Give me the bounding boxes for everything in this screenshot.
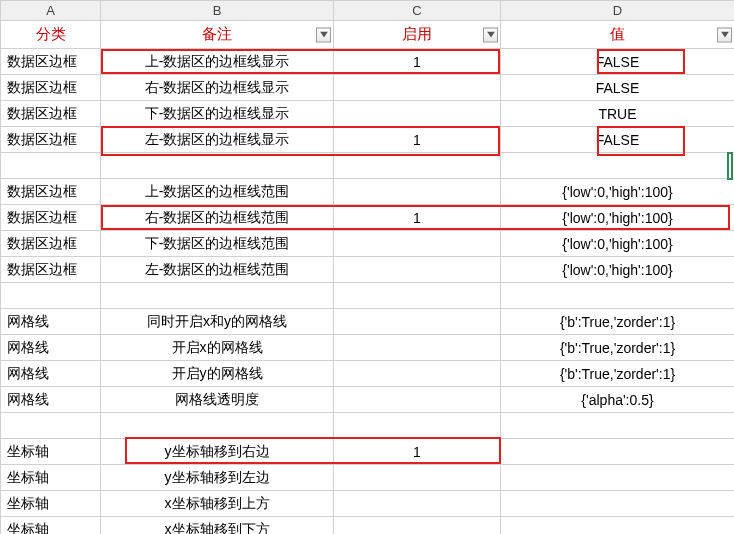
col-letter-B[interactable]: B (101, 1, 334, 21)
cell-B[interactable]: 上-数据区的边框线显示 (101, 49, 334, 75)
table-row: 数据区边框下-数据区的边框线显示TRUE (1, 101, 735, 127)
table-row (1, 413, 735, 439)
cell-B[interactable]: 开启x的网格线 (101, 335, 334, 361)
cell-B[interactable]: 上-数据区的边框线范围 (101, 179, 334, 205)
cell-D[interactable] (501, 439, 735, 465)
filter-button[interactable] (316, 27, 331, 42)
cell-A[interactable]: 数据区边框 (1, 49, 101, 75)
cell-C[interactable] (334, 231, 501, 257)
cell-C[interactable] (334, 413, 501, 439)
cell-A[interactable]: 数据区边框 (1, 205, 101, 231)
cell-C[interactable] (334, 283, 501, 309)
cell-D[interactable]: {'low':0,'high':100} (501, 205, 735, 231)
cell-A[interactable]: 网格线 (1, 309, 101, 335)
cell-D[interactable] (501, 491, 735, 517)
cell-C[interactable]: 1 (334, 205, 501, 231)
table-row: 数据区边框右-数据区的边框线范围1{'low':0,'high':100} (1, 205, 735, 231)
cell-D[interactable]: {'low':0,'high':100} (501, 179, 735, 205)
header-enable[interactable]: 启用 (334, 21, 501, 49)
spreadsheet[interactable]: A B C D 分类 备注 启用 值 数据区边框上-数据区的边框线显示1FALS… (0, 0, 734, 534)
cell-D[interactable]: {'low':0,'high':100} (501, 231, 735, 257)
cell-B[interactable]: y坐标轴移到左边 (101, 465, 334, 491)
cell-C[interactable] (334, 101, 501, 127)
cell-C[interactable] (334, 153, 501, 179)
cell-D[interactable] (501, 413, 735, 439)
cell-D[interactable] (501, 517, 735, 535)
cell-C[interactable] (334, 335, 501, 361)
table-row: 坐标轴y坐标轴移到左边 (1, 465, 735, 491)
cell-A[interactable]: 数据区边框 (1, 127, 101, 153)
cell-B[interactable] (101, 153, 334, 179)
grid[interactable]: A B C D 分类 备注 启用 值 数据区边框上-数据区的边框线显示1FALS… (0, 0, 734, 534)
cell-D[interactable] (501, 465, 735, 491)
cell-D[interactable]: {'low':0,'high':100} (501, 257, 735, 283)
cell-B[interactable]: y坐标轴移到右边 (101, 439, 334, 465)
cell-B[interactable]: 下-数据区的边框线显示 (101, 101, 334, 127)
cell-B[interactable]: x坐标轴移到下方 (101, 517, 334, 535)
filter-button[interactable] (717, 27, 732, 42)
cell-D[interactable]: {'b':True,'zorder':1} (501, 309, 735, 335)
cell-A[interactable]: 坐标轴 (1, 491, 101, 517)
cell-C[interactable] (334, 491, 501, 517)
cell-D[interactable]: {'b':True,'zorder':1} (501, 361, 735, 387)
cell-C[interactable] (334, 75, 501, 101)
table-row: 数据区边框上-数据区的边框线范围{'low':0,'high':100} (1, 179, 735, 205)
cell-C[interactable]: 1 (334, 127, 501, 153)
cell-B[interactable] (101, 413, 334, 439)
header-value[interactable]: 值 (501, 21, 735, 49)
cell-C[interactable] (334, 387, 501, 413)
table-row: 数据区边框上-数据区的边框线显示1FALSE (1, 49, 735, 75)
col-letter-D[interactable]: D (501, 1, 735, 21)
cell-A[interactable] (1, 283, 101, 309)
table-row: 网格线开启y的网格线{'b':True,'zorder':1} (1, 361, 735, 387)
cell-C[interactable] (334, 257, 501, 283)
cell-D[interactable]: {'b':True,'zorder':1} (501, 335, 735, 361)
cell-B[interactable]: x坐标轴移到上方 (101, 491, 334, 517)
cell-D[interactable] (501, 283, 735, 309)
cell-A[interactable] (1, 413, 101, 439)
header-remark[interactable]: 备注 (101, 21, 334, 49)
cell-B[interactable]: 左-数据区的边框线显示 (101, 127, 334, 153)
cell-A[interactable]: 数据区边框 (1, 75, 101, 101)
col-letter-C[interactable]: C (334, 1, 501, 21)
cell-A[interactable]: 坐标轴 (1, 517, 101, 535)
cell-D[interactable]: {'alpha':0.5} (501, 387, 735, 413)
cell-B[interactable]: 右-数据区的边框线范围 (101, 205, 334, 231)
cell-B[interactable] (101, 283, 334, 309)
col-letter-A[interactable]: A (1, 1, 101, 21)
cell-A[interactable]: 数据区边框 (1, 179, 101, 205)
cell-B[interactable]: 下-数据区的边框线范围 (101, 231, 334, 257)
cell-A[interactable]: 数据区边框 (1, 257, 101, 283)
table-row: 数据区边框左-数据区的边框线范围{'low':0,'high':100} (1, 257, 735, 283)
cell-D[interactable]: FALSE (501, 75, 735, 101)
cell-A[interactable] (1, 153, 101, 179)
cell-A[interactable]: 网格线 (1, 387, 101, 413)
cell-D[interactable]: FALSE (501, 49, 735, 75)
cell-A[interactable]: 坐标轴 (1, 465, 101, 491)
table-row (1, 283, 735, 309)
cell-A[interactable]: 网格线 (1, 335, 101, 361)
cell-C[interactable] (334, 179, 501, 205)
header-label: 启用 (402, 25, 432, 42)
cell-B[interactable]: 同时开启x和y的网格线 (101, 309, 334, 335)
cell-A[interactable]: 网格线 (1, 361, 101, 387)
cell-C[interactable]: 1 (334, 49, 501, 75)
cell-A[interactable]: 数据区边框 (1, 101, 101, 127)
filter-button[interactable] (483, 27, 498, 42)
cell-D[interactable] (501, 153, 735, 179)
cell-C[interactable] (334, 361, 501, 387)
cell-B[interactable]: 右-数据区的边框线显示 (101, 75, 334, 101)
cell-B[interactable]: 左-数据区的边框线范围 (101, 257, 334, 283)
cell-C[interactable] (334, 309, 501, 335)
table-row: 数据区边框下-数据区的边框线范围{'low':0,'high':100} (1, 231, 735, 257)
header-category[interactable]: 分类 (1, 21, 101, 49)
cell-C[interactable] (334, 517, 501, 535)
cell-A[interactable]: 坐标轴 (1, 439, 101, 465)
cell-D[interactable]: FALSE (501, 127, 735, 153)
cell-B[interactable]: 开启y的网格线 (101, 361, 334, 387)
cell-B[interactable]: 网格线透明度 (101, 387, 334, 413)
cell-D[interactable]: TRUE (501, 101, 735, 127)
cell-A[interactable]: 数据区边框 (1, 231, 101, 257)
cell-C[interactable]: 1 (334, 439, 501, 465)
cell-C[interactable] (334, 465, 501, 491)
